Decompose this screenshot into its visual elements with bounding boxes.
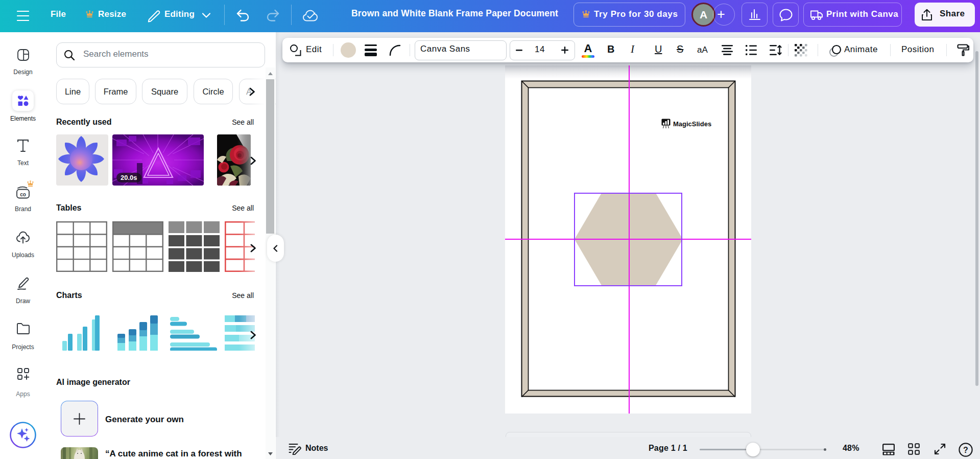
svg-text:co: co bbox=[20, 192, 26, 197]
svg-text:?: ? bbox=[963, 446, 968, 454]
